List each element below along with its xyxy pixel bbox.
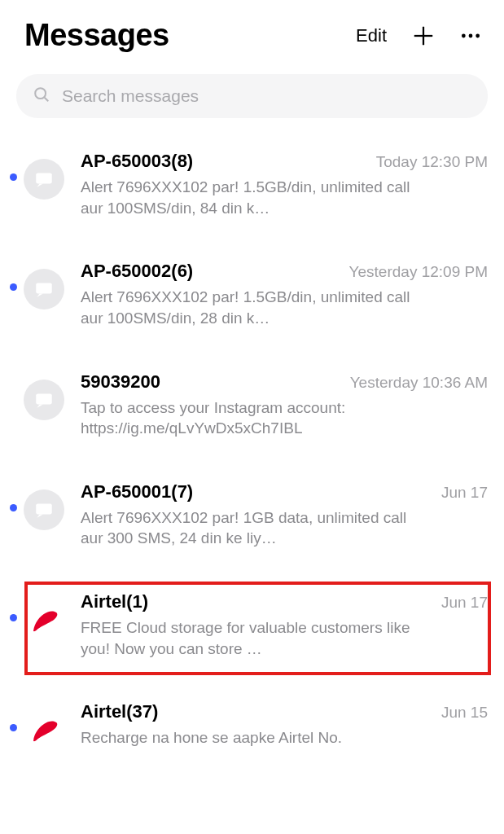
chat-avatar-icon bbox=[24, 489, 64, 530]
message-preview: FREE Cloud storage for valuable customer… bbox=[81, 617, 423, 659]
conversation-body: Airtel(37)Jun 15Recharge na hone se aapk… bbox=[81, 701, 488, 748]
conversation-row[interactable]: Airtel(37)Jun 15Recharge na hone se aapk… bbox=[0, 701, 504, 750]
conversation-header: Airtel(1)Jun 17 bbox=[81, 591, 488, 612]
timestamp: Jun 17 bbox=[441, 594, 488, 612]
message-preview: Alert 7696XXX102 par! 1.5GB/din, unlimit… bbox=[81, 287, 423, 328]
conversation-body: AP-650001(7)Jun 17Alert 7696XXX102 par! … bbox=[81, 481, 488, 549]
svg-rect-8 bbox=[36, 283, 52, 294]
timestamp: Yesterday 10:36 AM bbox=[350, 374, 488, 392]
more-button[interactable] bbox=[460, 25, 481, 46]
app-title: Messages bbox=[24, 18, 169, 53]
conversation-header: 59039200Yesterday 10:36 AM bbox=[81, 371, 488, 393]
conversation-header: Airtel(37)Jun 15 bbox=[81, 701, 488, 722]
conversation-header: AP-650003(8)Today 12:30 PM bbox=[81, 151, 488, 172]
svg-rect-7 bbox=[36, 173, 52, 183]
sender-name: AP-650003(8) bbox=[81, 151, 193, 172]
airtel-avatar-icon bbox=[24, 709, 64, 750]
conversation-row[interactable]: 59039200Yesterday 10:36 AMTap to access … bbox=[0, 371, 504, 481]
svg-point-3 bbox=[469, 33, 473, 37]
svg-point-4 bbox=[476, 33, 480, 37]
search-input[interactable] bbox=[62, 86, 471, 106]
conversation-list: AP-650003(8)Today 12:30 PMAlert 7696XXX1… bbox=[0, 131, 504, 750]
chat-avatar-icon bbox=[24, 380, 64, 420]
compose-button[interactable] bbox=[411, 24, 436, 48]
more-icon bbox=[460, 25, 481, 46]
unread-indicator bbox=[10, 614, 17, 621]
unread-indicator bbox=[10, 283, 17, 291]
conversation-header: AP-650002(6)Yesterday 12:09 PM bbox=[81, 261, 488, 282]
conversation-header: AP-650001(7)Jun 17 bbox=[81, 481, 488, 503]
message-preview: Alert 7696XXX102 par! 1GB data, unlimite… bbox=[81, 507, 423, 549]
message-preview: Tap to access your Instagram account: ht… bbox=[81, 397, 423, 439]
search-bar[interactable] bbox=[16, 74, 488, 118]
svg-line-6 bbox=[45, 98, 49, 102]
chat-avatar-icon bbox=[24, 159, 64, 200]
header: Messages Edit bbox=[0, 0, 504, 66]
sender-name: AP-650002(6) bbox=[81, 261, 193, 282]
conversation-row[interactable]: AP-650001(7)Jun 17Alert 7696XXX102 par! … bbox=[0, 481, 504, 591]
timestamp: Today 12:30 PM bbox=[376, 153, 488, 171]
message-preview: Recharge na hone se aapke Airtel No. bbox=[81, 727, 423, 748]
conversation-body: Airtel(1)Jun 17FREE Cloud storage for va… bbox=[81, 591, 488, 659]
conversation-row[interactable]: Airtel(1)Jun 17FREE Cloud storage for va… bbox=[0, 591, 504, 701]
svg-point-5 bbox=[35, 88, 46, 99]
timestamp: Yesterday 12:09 PM bbox=[349, 263, 488, 281]
sender-name: AP-650001(7) bbox=[81, 481, 193, 503]
edit-button[interactable]: Edit bbox=[356, 25, 387, 46]
sender-name: 59039200 bbox=[81, 371, 160, 393]
plus-icon bbox=[411, 24, 436, 48]
conversation-row[interactable]: AP-650002(6)Yesterday 12:09 PMAlert 7696… bbox=[0, 261, 504, 371]
timestamp: Jun 17 bbox=[441, 484, 488, 502]
timestamp: Jun 15 bbox=[441, 704, 488, 722]
sender-name: Airtel(37) bbox=[81, 701, 158, 722]
airtel-avatar-icon bbox=[24, 599, 64, 640]
search-icon bbox=[33, 86, 50, 107]
header-actions: Edit bbox=[356, 24, 481, 48]
sender-name: Airtel(1) bbox=[81, 591, 148, 612]
chat-avatar-icon bbox=[24, 269, 64, 309]
unread-indicator bbox=[10, 504, 17, 511]
svg-point-2 bbox=[462, 33, 466, 37]
message-preview: Alert 7696XXX102 par! 1.5GB/din, unlimit… bbox=[81, 177, 423, 218]
conversation-body: AP-650002(6)Yesterday 12:09 PMAlert 7696… bbox=[81, 261, 488, 328]
unread-indicator bbox=[10, 173, 17, 181]
svg-rect-10 bbox=[36, 503, 52, 514]
conversation-row[interactable]: AP-650003(8)Today 12:30 PMAlert 7696XXX1… bbox=[0, 151, 504, 261]
conversation-body: 59039200Yesterday 10:36 AMTap to access … bbox=[81, 371, 488, 439]
unread-indicator bbox=[10, 724, 17, 731]
conversation-body: AP-650003(8)Today 12:30 PMAlert 7696XXX1… bbox=[81, 151, 488, 218]
svg-rect-9 bbox=[36, 393, 52, 404]
